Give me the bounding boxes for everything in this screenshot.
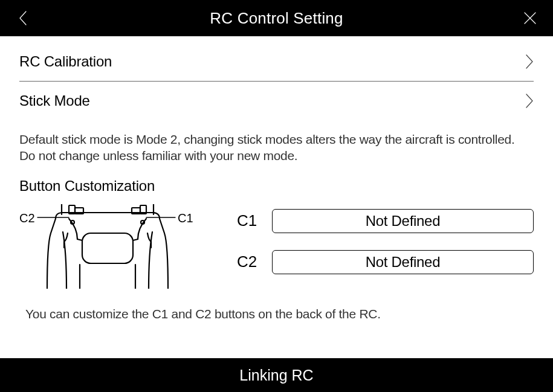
back-icon[interactable] (15, 10, 31, 27)
chevron-right-icon (525, 93, 534, 109)
c1-button-row: C1 Not Defined (237, 209, 534, 233)
stick-mode-hint: Default stick mode is Mode 2, changing s… (17, 120, 536, 164)
rc-calibration-label: RC Calibration (19, 53, 112, 70)
c2-value-select[interactable]: Not Defined (272, 250, 534, 274)
button-customization-footnote: You can customize the C1 and C2 buttons … (17, 289, 536, 321)
close-icon[interactable] (522, 10, 538, 27)
c2-button-row: C2 Not Defined (237, 250, 534, 274)
rc-diagram: C2 C1 (19, 204, 213, 289)
svg-rect-8 (82, 233, 133, 263)
c1-value-select[interactable]: Not Defined (272, 209, 534, 233)
button-customization-area: C2 C1 (17, 204, 536, 289)
diagram-c2-label: C2 (19, 211, 35, 225)
button-rows: C1 Not Defined C2 Not Defined (237, 204, 534, 274)
linking-rc-label: Linking RC (239, 367, 313, 384)
content-area: RC Calibration Stick Mode Default stick … (0, 36, 553, 358)
rc-calibration-row[interactable]: RC Calibration (17, 36, 536, 81)
header-bar: RC Control Setting (0, 0, 553, 36)
linking-rc-button[interactable]: Linking RC (0, 358, 553, 392)
stick-mode-row[interactable]: Stick Mode (17, 82, 536, 120)
c1-label: C1 (237, 211, 264, 230)
c2-label: C2 (237, 252, 264, 271)
diagram-c1-label: C1 (178, 211, 193, 225)
chevron-right-icon (525, 54, 534, 69)
button-customization-title: Button Customization (17, 164, 536, 204)
page-title: RC Control Setting (210, 9, 343, 28)
stick-mode-label: Stick Mode (19, 92, 90, 109)
